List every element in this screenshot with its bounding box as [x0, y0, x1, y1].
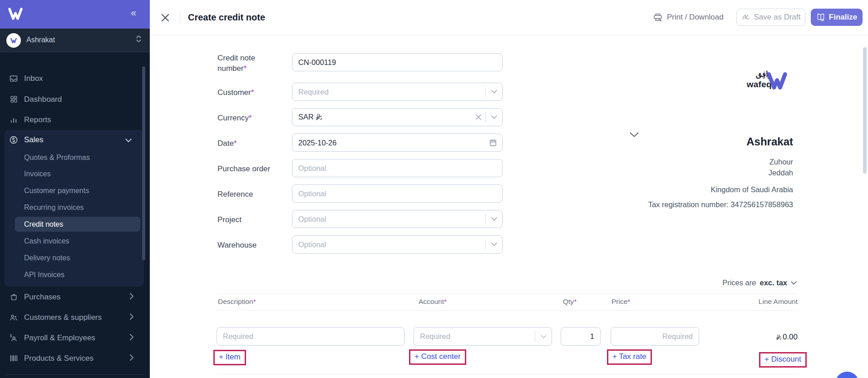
credit-note-number-field[interactable]	[292, 53, 503, 71]
workspace-switch-icon	[136, 35, 141, 42]
customer-input[interactable]	[292, 83, 502, 100]
sidebar-item-reports[interactable]: Reports	[0, 109, 142, 130]
main-scrollbar[interactable]	[863, 47, 867, 174]
sidebar-item-cash-invoices[interactable]: Cash invoices	[5, 233, 144, 249]
add-item-annotation-box: + Item	[213, 350, 246, 365]
page-title: Create credit note	[188, 12, 265, 23]
purchase-order-field[interactable]	[292, 159, 503, 177]
line-description-input[interactable]	[217, 328, 404, 345]
sidebar-item-sales[interactable]: Sales	[5, 130, 144, 150]
chevron-right-icon	[130, 334, 133, 342]
sidebar-subitem-label: Delivery notes	[24, 254, 70, 262]
sidebar-item-inbox[interactable]: Inbox	[0, 68, 142, 89]
column-header-account: Account*	[419, 298, 447, 306]
sidebar-item-label: Products & Services	[24, 354, 94, 363]
line-qty-input[interactable]	[561, 328, 600, 345]
customers-icon	[9, 313, 18, 322]
currency-clear-icon[interactable]	[472, 109, 485, 126]
sidebar-item-products-services[interactable]: Products & Services	[0, 348, 142, 368]
book-check-icon	[816, 13, 825, 21]
account-dropdown-chevron-icon[interactable]	[535, 328, 552, 345]
chevron-right-icon	[130, 313, 133, 322]
sidebar-item-label: Reports	[24, 115, 51, 124]
workspace-avatar	[6, 33, 21, 48]
sidebar-collapse-button[interactable]: «	[131, 7, 135, 19]
print-download-label: Print / Download	[667, 13, 724, 22]
create-credit-note-page: « Ashrakat Inbox Dashboa	[0, 0, 868, 378]
customer-field[interactable]	[292, 83, 503, 101]
sidebar-item-payroll-employees[interactable]: $ Payroll & Employees	[0, 328, 142, 348]
add-cost-center-link[interactable]: + Cost center	[414, 352, 461, 361]
warehouse-input[interactable]	[292, 236, 502, 253]
sidebar-item-invoices[interactable]: Invoices	[5, 166, 144, 182]
credit-note-number-input[interactable]	[292, 54, 502, 71]
date-field[interactable]	[292, 134, 503, 152]
saudi-riyal-symbol-icon	[316, 114, 322, 120]
add-item-link[interactable]: + Item	[219, 353, 241, 361]
project-field[interactable]	[292, 210, 503, 228]
close-icon[interactable]	[160, 12, 171, 23]
document-address-line2: Jeddah	[769, 169, 793, 177]
section-collapse-chevron-icon[interactable]	[630, 132, 639, 137]
reference-input[interactable]	[292, 185, 502, 202]
customer-dropdown-chevron-icon[interactable]	[486, 83, 502, 100]
chevron-right-icon	[130, 293, 133, 301]
sidebar-item-credit-notes[interactable]: Credit notes	[5, 216, 144, 233]
column-header-qty: Qty*	[563, 298, 577, 306]
document-country: Kingdom of Saudi Arabia	[710, 185, 793, 194]
line-qty-field[interactable]	[561, 327, 601, 346]
project-dropdown-chevron-icon[interactable]	[486, 210, 502, 228]
add-tax-rate-link[interactable]: + Tax rate	[612, 352, 646, 361]
reference-field[interactable]	[292, 184, 503, 203]
warehouse-dropdown-chevron-icon[interactable]	[486, 236, 502, 253]
currency-field[interactable]: SAR	[292, 108, 503, 126]
sidebar-item-label: Payroll & Employees	[24, 333, 95, 343]
sidebar-item-dashboard[interactable]: Dashboard	[0, 89, 142, 109]
line-account-field[interactable]	[414, 327, 552, 346]
line-description-field[interactable]	[217, 327, 404, 346]
currency-dropdown-chevron-icon[interactable]	[486, 109, 502, 126]
sidebar-subitem-label: Customer payments	[24, 187, 89, 195]
sidebar-subitem-label: API Invoices	[24, 271, 64, 279]
header-divider	[180, 11, 180, 25]
sidebar-scrollbar[interactable]	[142, 66, 145, 260]
sidebar-item-customer-payments[interactable]: Customer payments	[5, 183, 144, 199]
sidebar-item-api-invoices[interactable]: API Invoices	[5, 267, 144, 283]
warehouse-field[interactable]	[292, 235, 503, 254]
field-label-credit-note-number: Credit note number*	[217, 53, 279, 74]
save-as-draft-label: Save as Draft	[754, 13, 801, 22]
document-tax-registration: Tax registration number: 347256157858963	[648, 200, 793, 209]
prices-mode-toggle[interactable]: Prices are exc. tax	[722, 279, 797, 287]
sidebar-item-customers-suppliers[interactable]: Customers & suppliers	[0, 307, 142, 328]
reports-icon	[9, 115, 18, 124]
sidebar-subitem-label: Recurring invoices	[24, 204, 84, 212]
add-discount-link[interactable]: + Discount	[764, 355, 801, 363]
finalize-label: Finalize	[829, 13, 857, 22]
calendar-icon[interactable]	[484, 134, 502, 151]
chat-fab-button[interactable]	[835, 372, 859, 378]
sidebar-subitem-label: Cash invoices	[24, 237, 69, 245]
line-account-input[interactable]	[414, 328, 552, 345]
sidebar-item-quotes-proformas[interactable]: Quotes & Proformas	[5, 149, 144, 166]
sidebar-item-recurring-invoices[interactable]: Recurring invoices	[5, 199, 144, 216]
workspace-selector[interactable]: Ashrakat	[0, 29, 150, 52]
saudi-riyal-symbol-icon	[776, 334, 781, 340]
sidebar-sales-group: Sales Quotes & Proformas Invoices Custom…	[5, 130, 144, 287]
column-header-price: Price*	[612, 298, 630, 306]
svg-text:$: $	[10, 333, 12, 338]
document-address-line1: Zuhour	[769, 158, 793, 166]
date-input[interactable]	[292, 134, 502, 151]
sidebar-item-purchases[interactable]: Purchases	[0, 287, 142, 307]
save-as-draft-button[interactable]: Save as Draft	[736, 9, 805, 26]
sidebar-item-delivery-notes[interactable]: Delivery notes	[5, 250, 144, 266]
print-download-button[interactable]: Print / Download	[653, 12, 724, 22]
add-tax-rate-annotation-box: + Tax rate	[607, 349, 652, 365]
line-price-field[interactable]	[611, 327, 699, 346]
line-price-input[interactable]	[611, 328, 699, 345]
finalize-button[interactable]: Finalize	[811, 9, 863, 26]
purchase-order-input[interactable]	[292, 159, 502, 177]
sidebar-item-label: Purchases	[24, 293, 60, 302]
dashboard-icon	[9, 95, 18, 104]
project-input[interactable]	[292, 210, 502, 228]
table-header-border-bottom	[217, 310, 798, 311]
